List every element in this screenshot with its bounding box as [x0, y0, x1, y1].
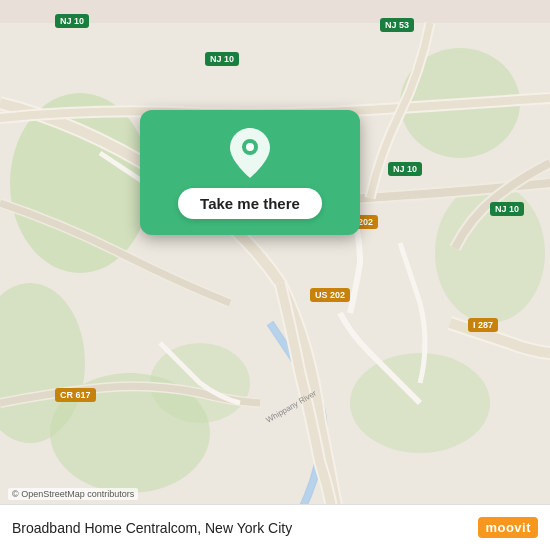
location-title: Broadband Home Centralcom, New York City: [12, 520, 478, 536]
moovit-logo-text: moovit: [478, 517, 538, 538]
road-badge-nj10-tl: NJ 10: [55, 14, 89, 28]
road-badge-cr617: CR 617: [55, 388, 96, 402]
road-badge-nj53: NJ 53: [380, 18, 414, 32]
osm-attribution: © OpenStreetMap contributors: [8, 488, 138, 500]
moovit-logo: moovit: [478, 517, 538, 538]
road-badge-us202-l: US 202: [310, 288, 350, 302]
road-badge-nj10-tc: NJ 10: [205, 52, 239, 66]
take-me-there-button[interactable]: Take me there: [178, 188, 322, 219]
map-background: Whippany River: [0, 0, 550, 550]
road-badge-nj10-mr: NJ 10: [388, 162, 422, 176]
map-pin: [230, 128, 270, 178]
popup-card: Take me there: [140, 110, 360, 235]
svg-point-11: [246, 143, 254, 151]
road-badge-nj10-fr: NJ 10: [490, 202, 524, 216]
map-container: Whippany River NJ 10 NJ 10 NJ 53 NJ 10 N…: [0, 0, 550, 550]
road-badge-i287: I 287: [468, 318, 498, 332]
bottom-bar: Broadband Home Centralcom, New York City…: [0, 504, 550, 550]
